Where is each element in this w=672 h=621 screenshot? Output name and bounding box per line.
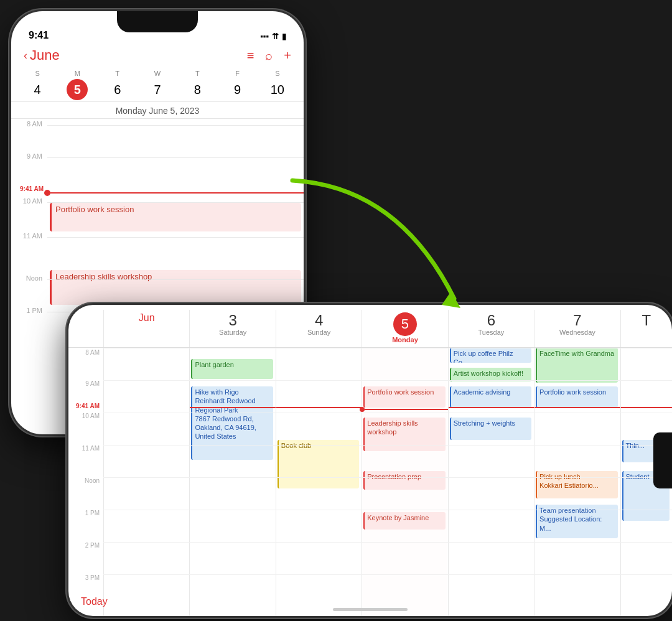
week-day-wed[interactable]: W 7 xyxy=(144,70,171,100)
t-3pm: 3 PM xyxy=(85,574,100,581)
current-time-label: 9:41 AM xyxy=(11,185,47,192)
week-col-thu[interactable]: T xyxy=(620,310,672,347)
list-icon[interactable]: ≡ xyxy=(247,49,254,63)
week-col-wed[interactable]: 7 Wednesday xyxy=(534,310,620,347)
wifi-icon: ⇈ xyxy=(272,32,279,41)
week-day-sat[interactable]: S 10 xyxy=(264,70,291,100)
landscape-phone: Jun 3 Saturday 4 Sunday 5 Monday 6 Tuesd… xyxy=(68,305,672,616)
time-8am: 8 AM xyxy=(11,121,47,128)
calendar-nav: ‹ June ≡ ⌕ + xyxy=(11,45,304,68)
t-941am: 9:41 AM xyxy=(76,403,100,409)
week-day-thu[interactable]: T 8 xyxy=(184,70,211,100)
status-time: 9:41 xyxy=(29,30,49,41)
event-portfolio-wed[interactable]: Portfolio work session xyxy=(536,386,617,408)
event-pickup-coffee[interactable]: Pick up coffee Philz Co... xyxy=(450,348,531,363)
header-actions: ≡ ⌕ + xyxy=(247,49,291,63)
week-calendar: Jun 3 Saturday 4 Sunday 5 Monday 6 Tuesd… xyxy=(68,305,672,616)
t-11am: 11 AM xyxy=(82,445,100,452)
event-artist-workshop[interactable]: Artist workshop kickoff! xyxy=(450,368,531,381)
current-time-mon xyxy=(362,407,447,412)
notch-landscape xyxy=(653,432,672,488)
event-portfolio-mon[interactable]: Portfolio work session xyxy=(363,386,445,408)
home-indicator xyxy=(333,608,408,611)
t-9am: 9 AM xyxy=(85,380,100,387)
time-1pm: 1 PM xyxy=(11,307,47,314)
week-day-fri[interactable]: F 9 xyxy=(224,70,251,100)
day-col-tue[interactable]: Pick up coffee Philz Co... Artist worksh… xyxy=(448,348,534,616)
month-label: June xyxy=(30,47,60,63)
week-col-jun[interactable]: Jun xyxy=(103,310,189,347)
event-leadership-mon[interactable]: Leadership skillsworkshop xyxy=(363,418,445,451)
notch xyxy=(117,11,198,32)
event-portfolio-portrait[interactable]: Portfolio work session xyxy=(50,203,301,231)
event-stretching[interactable]: Stretching + weights xyxy=(450,418,531,440)
time-10am: 10 AM xyxy=(11,198,47,205)
current-time-bar xyxy=(50,192,304,194)
current-time-tue xyxy=(449,407,534,408)
week-grid: Plant garden Hike with RigoReinhardt Red… xyxy=(103,348,672,616)
event-presentation-mon[interactable]: Presentation prep xyxy=(363,471,445,490)
day-col-jun xyxy=(103,348,189,616)
week-strip: S 4 M 5 T 6 W 7 T 8 F 9 S 10 xyxy=(11,68,304,102)
current-time-sun xyxy=(276,407,362,408)
t-noon: Noon xyxy=(85,477,100,484)
day-col-mon[interactable]: Portfolio work session Leadership skills… xyxy=(362,348,447,616)
t-2pm: 2 PM xyxy=(85,542,100,549)
day-col-sun[interactable]: Book club xyxy=(276,348,362,616)
event-team-presentation[interactable]: Team presentationSuggested Location: M..… xyxy=(536,505,617,538)
add-icon[interactable]: + xyxy=(284,49,291,63)
week-day-tue[interactable]: T 6 xyxy=(104,70,131,100)
t-8am: 8 AM xyxy=(85,349,100,356)
event-book-club[interactable]: Book club xyxy=(278,440,359,488)
week-day-mon[interactable]: M 5 xyxy=(63,70,91,100)
time-gutter xyxy=(68,310,103,347)
event-pickup-lunch[interactable]: Pick up lunchKokkari Estiatorio... xyxy=(536,471,617,498)
time-9am: 9 AM xyxy=(11,153,47,160)
week-body[interactable]: 8 AM 9 AM 9:41 AM 10 AM 11 AM Noon 1 PM … xyxy=(68,348,672,616)
event-facetime-grandma[interactable]: FaceTime with Grandma xyxy=(536,348,617,383)
day-col-sat[interactable]: Plant garden Hike with RigoReinhardt Red… xyxy=(189,348,275,616)
time-column: 8 AM 9 AM 9:41 AM 10 AM 11 AM Noon 1 PM … xyxy=(68,348,103,616)
current-time-dot xyxy=(44,190,50,196)
current-time-sat xyxy=(190,407,275,408)
current-time-wed xyxy=(534,407,620,408)
status-icons: ▪▪▪ ⇈ ▮ xyxy=(260,32,286,41)
t-1pm: 1 PM xyxy=(85,510,100,516)
event-academic-advising[interactable]: Academic advising xyxy=(450,386,531,408)
event-plant-garden[interactable]: Plant garden xyxy=(191,359,273,379)
event-hike-rigo[interactable]: Hike with RigoReinhardt Redwood Regional… xyxy=(191,386,273,460)
current-time-thu xyxy=(621,407,672,408)
svg-marker-0 xyxy=(442,291,460,308)
t-10am: 10 AM xyxy=(82,413,100,419)
selected-date: Monday June 5, 2023 xyxy=(11,102,304,119)
battery-icon: ▮ xyxy=(282,32,286,41)
signal-icon: ▪▪▪ xyxy=(260,32,269,41)
time-noon: Noon xyxy=(11,275,47,282)
today-label[interactable]: Today xyxy=(81,596,108,607)
event-keynote-mon[interactable]: Keynote by Jasmine xyxy=(363,512,445,530)
search-icon[interactable]: ⌕ xyxy=(265,49,273,63)
back-button[interactable]: ‹ June xyxy=(24,47,60,63)
week-col-sat[interactable]: 3 Saturday xyxy=(189,310,275,347)
week-day-sun[interactable]: S 4 xyxy=(24,70,51,100)
time-11am: 11 AM xyxy=(11,233,47,240)
day-col-wed[interactable]: FaceTime with Grandma Portfolio work ses… xyxy=(534,348,620,616)
arrow-graphic xyxy=(274,174,485,336)
month-jun-label: Jun xyxy=(139,312,155,324)
chevron-left-icon: ‹ xyxy=(24,49,27,62)
